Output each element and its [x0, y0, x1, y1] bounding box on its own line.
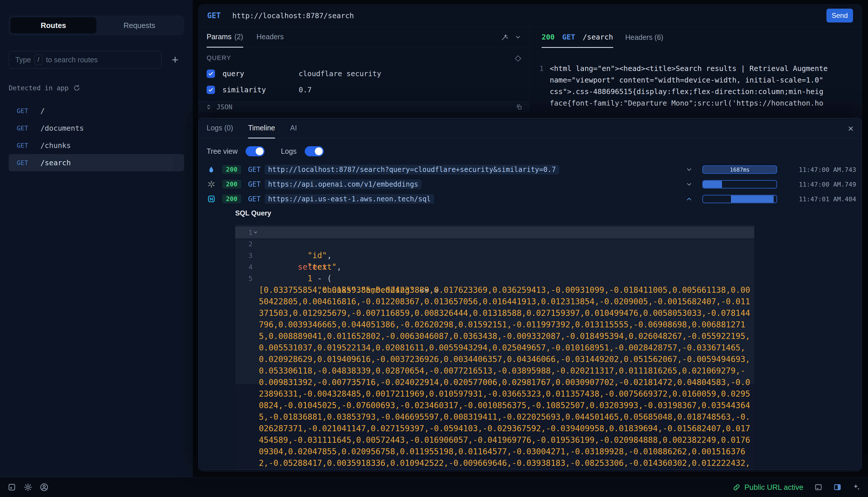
route-item-root[interactable]: GET /	[9, 102, 184, 119]
status-badge: 200	[222, 165, 241, 174]
sidebar-tab-switcher: Routes Requests	[9, 16, 184, 35]
chevron-down-icon[interactable]	[686, 166, 692, 173]
status-badge: 200	[222, 180, 241, 189]
param-key[interactable]: similarity	[223, 86, 291, 94]
timestamp: 11:47:00 AM.749	[799, 181, 856, 188]
response-body-line: css">.css-488696515{display:flex;flex-di…	[550, 86, 862, 98]
sql-query-title: SQL Query	[235, 209, 862, 217]
route-item-search[interactable]: GET /search	[9, 154, 184, 171]
terminal-panel-icon[interactable]	[814, 483, 822, 491]
sql-code-editor[interactable]: 1 select 2 "id", 3 "text", 4 1 - ( 5 "ch…	[235, 225, 754, 470]
copy-icon[interactable]	[516, 104, 522, 110]
logs-label: Logs	[281, 147, 296, 155]
fold-chevron-icon[interactable]	[253, 230, 258, 235]
route-item-documents[interactable]: GET /documents	[9, 119, 184, 137]
refresh-icon[interactable]	[73, 85, 80, 91]
timeline-row-openai[interactable]: 200 GET https://api.openai.com/v1/embedd…	[198, 177, 862, 191]
chevron-down-icon[interactable]	[515, 34, 521, 40]
embedding-vector-literal: [0.033755854,0.01859385,0.024233889,0.01…	[259, 284, 752, 470]
json-label: JSON	[216, 103, 232, 111]
tab-params-label: Params	[207, 32, 232, 41]
line-number: 1	[539, 63, 544, 74]
layout-columns-icon[interactable]	[834, 483, 841, 491]
route-method: GET	[17, 107, 32, 114]
response-body[interactable]: 1 <html lang="en"><head><title>Search re…	[530, 48, 862, 109]
response-body-line: face{font-family:"Departure Mono";src:ur…	[550, 98, 862, 109]
param-key[interactable]: query	[223, 70, 291, 78]
response-body-line: name="viewport" content="width=device-wi…	[550, 74, 862, 86]
tab-headers[interactable]: Headers	[256, 27, 284, 47]
line-number: 3	[240, 250, 252, 261]
duration-bar: 1687ms	[702, 165, 777, 174]
timeline-method: GET	[248, 180, 261, 188]
send-button[interactable]: Send	[826, 9, 853, 23]
duration-bar	[702, 195, 777, 203]
line-number: 4	[240, 261, 252, 273]
public-url-status[interactable]: Public URL active	[733, 483, 803, 492]
clear-params-icon[interactable]: ◇	[515, 53, 521, 62]
chevron-up-icon[interactable]	[686, 196, 692, 202]
app-window-icon[interactable]	[8, 483, 16, 492]
tree-view-toggle[interactable]	[246, 146, 265, 156]
request-url-input[interactable]: http://localhost:8787/search	[232, 12, 354, 20]
route-search-input[interactable]: Type / to search routes	[9, 51, 162, 69]
sidebar: Routes Requests Type / to search routes …	[0, 0, 193, 477]
timeline-row-neon[interactable]: 200 GET https://api.us-east-1.aws.neon.t…	[198, 191, 862, 206]
line-number: 2	[240, 238, 252, 250]
timeline-method: GET	[248, 195, 261, 203]
timeline-url: https://api.us-east-1.aws.neon.tech/sql	[265, 194, 434, 204]
gear-icon[interactable]	[24, 483, 32, 492]
sql-line: 3 "text",	[259, 250, 754, 261]
chevron-down-icon[interactable]	[686, 181, 692, 188]
tab-ai[interactable]: AI	[290, 118, 297, 139]
user-icon[interactable]	[40, 483, 48, 492]
sql-detail-section: SQL Query 1 select 2 "id", 3 "text", 4 1…	[198, 206, 862, 470]
json-section-header[interactable]: JSON	[198, 101, 529, 113]
tab-response-body[interactable]: 200 GET /search	[542, 27, 613, 48]
tab-timeline[interactable]: Timeline	[248, 118, 275, 139]
magic-wand-icon[interactable]	[501, 33, 508, 41]
tab-response-headers[interactable]: Headers (6)	[625, 27, 663, 48]
route-method: GET	[17, 159, 32, 167]
param-value[interactable]: cloudflare security	[299, 70, 381, 78]
timestamp: 11:47:01 AM.404	[799, 195, 856, 202]
tab-params[interactable]: Params (2)	[207, 27, 243, 47]
line-number: 5	[240, 273, 252, 284]
timeline-panel: Logs (0) Timeline AI × Tree view Logs 20…	[198, 118, 862, 470]
status-badge: 200	[222, 195, 241, 203]
search-placeholder-prefix: Type	[15, 56, 31, 64]
param-row-similarity: similarity 0.7	[198, 82, 529, 94]
duration-label: 1687ms	[703, 166, 776, 173]
route-method: GET	[17, 125, 32, 132]
tab-routes[interactable]: Routes	[10, 17, 96, 33]
tree-view-label: Tree view	[207, 147, 238, 155]
duration-bar	[702, 180, 777, 188]
sql-line: 5 "chunks"."embedding" <= >	[259, 273, 754, 284]
detected-in-app-label: Detected in app	[9, 84, 69, 92]
link-icon	[733, 483, 740, 491]
request-method[interactable]: GET	[207, 11, 221, 20]
droplet-icon	[208, 166, 215, 173]
tab-requests[interactable]: Requests	[96, 17, 182, 33]
unfold-icon	[206, 104, 212, 110]
sql-line: 1 select	[259, 227, 754, 238]
param-value[interactable]: 0.7	[299, 86, 312, 94]
logs-toggle[interactable]	[305, 146, 324, 156]
route-path: /chunks	[40, 141, 71, 150]
sql-line: 2 "id",	[259, 238, 754, 250]
route-path: /documents	[40, 124, 84, 132]
timeline-method: GET	[248, 166, 261, 174]
add-route-button[interactable]: +	[166, 51, 184, 69]
response-body-line: <html lang="en"><head><title>Search resu…	[550, 63, 862, 74]
param-row-query: query cloudflare security	[198, 66, 529, 82]
close-icon[interactable]: ×	[848, 118, 854, 139]
tab-logs[interactable]: Logs (0)	[207, 118, 233, 139]
route-item-chunks[interactable]: GET /chunks	[9, 137, 184, 154]
checkbox-checked-icon[interactable]	[207, 86, 215, 94]
response-method: GET	[562, 33, 575, 41]
checkbox-checked-icon[interactable]	[207, 70, 215, 78]
sparkles-icon[interactable]	[852, 483, 860, 491]
timeline-row-root-request[interactable]: 200 GET http://localhost:8787/search?que…	[198, 162, 862, 177]
response-path: /search	[583, 33, 613, 41]
openai-icon	[208, 180, 215, 188]
